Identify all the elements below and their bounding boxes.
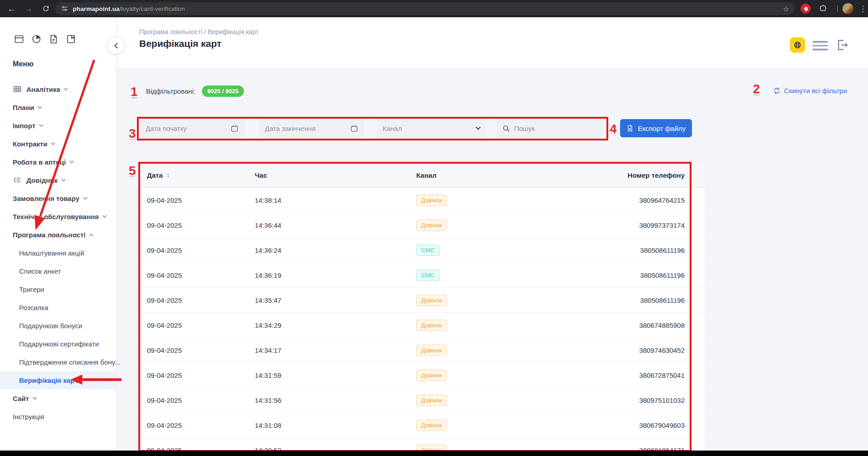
date-start-field[interactable]	[140, 119, 245, 137]
language-globe-button[interactable]	[790, 37, 805, 53]
adblock-extension-icon[interactable]	[801, 4, 811, 14]
table-row[interactable]: 09-04-2025 14:31:59 Дзвінок 380672875041	[141, 363, 705, 388]
sidebar-item-programa-loyalnosti[interactable]: Програма лояльності	[0, 225, 116, 244]
sidebar-collapse-button[interactable]	[108, 37, 124, 54]
search-input[interactable]	[514, 125, 597, 132]
channel-badge-call: Дзвінок	[416, 420, 447, 431]
export-button-label: Експорт файлу	[638, 125, 686, 132]
sidebar-item-sait[interactable]: Сайт	[0, 389, 116, 407]
sidebar-item-plany[interactable]: Плани	[0, 98, 116, 116]
cell-channel: Дзвінок	[416, 345, 586, 356]
sidebar-subitem-veryfikaciya-kart-active[interactable]: Верифікація карт	[0, 371, 116, 389]
page-header: Програма лояльності / Верифікація карт В…	[117, 17, 868, 69]
table-row[interactable]: 09-04-2025 14:31:56 Дзвінок 380975101032	[141, 388, 705, 413]
chevron-down-icon	[69, 159, 74, 163]
puzzle-icon	[819, 5, 828, 13]
sidebar-subitem-podarunkovi-sertyfikaty[interactable]: Подарункові сертифікати	[0, 335, 116, 353]
sidebar-item-robota-v-apteci[interactable]: Робота в аптеці	[0, 153, 116, 171]
sidebar-item-instrukciya[interactable]: Інструкція	[0, 407, 116, 426]
document-icon[interactable]	[48, 34, 59, 45]
sort-icon[interactable]: ▲▼	[167, 173, 170, 178]
column-header-date[interactable]: Дата ▲▼	[147, 171, 255, 179]
table-row[interactable]: 09-04-2025 14:34:29 Дзвінок 380674885908	[141, 313, 705, 338]
sidebar-subitem-trygery[interactable]: Тригери	[0, 280, 116, 298]
sidebar-item-zamovlennya-tovaru[interactable]: Замовлення товару	[0, 189, 116, 207]
table-row[interactable]: 09-04-2025 14:36:24 СМС 380508611196	[141, 238, 705, 263]
sidebar-item-label: Інструкція	[13, 413, 44, 421]
book-bookmark-icon[interactable]	[66, 34, 76, 45]
sidebar-item-analitika[interactable]: Аналітика	[0, 80, 116, 98]
export-file-button[interactable]: Експорт файлу	[620, 119, 692, 137]
hand-icon	[803, 6, 809, 12]
sidebar-subitem-nalashtuvannya-akciy[interactable]: Налаштування акцій	[0, 244, 116, 262]
search-icon	[502, 125, 510, 132]
table-row[interactable]: 09-04-2025 14:34:17 Дзвінок 380974630452	[141, 338, 705, 363]
cell-time: 14:36:24	[255, 246, 416, 254]
cell-date: 09-04-2025	[147, 196, 255, 204]
xlsx-file-icon	[626, 125, 634, 132]
browser-profile-avatar[interactable]	[843, 3, 853, 14]
cell-channel: Дзвінок	[416, 420, 586, 431]
site-settings-icon[interactable]	[61, 5, 68, 12]
logout-icon[interactable]	[836, 38, 849, 52]
calendar-icon[interactable]	[350, 124, 358, 133]
date-start-input[interactable]	[146, 125, 230, 132]
cell-phone: 380508611196	[586, 296, 705, 304]
cell-channel: СМС	[416, 245, 586, 256]
sidebar-subitem-label: Подарункові сертифікати	[19, 340, 99, 348]
channel-badge-call: Дзвінок	[416, 220, 447, 231]
date-end-input[interactable]	[265, 125, 350, 132]
cell-channel: Дзвінок	[416, 370, 586, 381]
sidebar-item-label: Сайт	[13, 395, 29, 402]
verification-table: Дата ▲▼ Час Канал Номер телефону 09-04-2…	[141, 163, 705, 456]
table-row[interactable]: 09-04-2025 14:36:44 Дзвінок 380997373174	[141, 213, 705, 238]
chevron-down-icon	[61, 177, 66, 181]
cell-date: 09-04-2025	[147, 271, 255, 279]
chevron-up-icon	[89, 233, 94, 238]
sidebar-item-label: Технічне обслуговування	[13, 213, 99, 220]
table-row[interactable]: 09-04-2025 14:35:47 Дзвінок 380508611196	[141, 288, 705, 313]
reset-filters-button[interactable]: Скинути всі фільтри	[773, 87, 847, 95]
sidebar-item-kontrakty[interactable]: Контракти	[0, 135, 116, 153]
sidebar-subitem-podarunkovi-bonusy[interactable]: Подарункові бонуси	[0, 316, 116, 335]
pie-chart-icon[interactable]	[31, 34, 42, 45]
cell-phone: 380964764215	[586, 196, 705, 204]
browser-menu-icon[interactable]: ⋮	[859, 0, 867, 17]
sidebar-subitem-label: Налаштування акцій	[19, 249, 84, 257]
calendar-icon[interactable]	[230, 124, 239, 133]
date-end-field[interactable]	[259, 119, 364, 137]
sidebar-subitem-spysok-anket[interactable]: Список анкет	[0, 262, 116, 280]
menu-hamburger-icon[interactable]	[812, 41, 828, 53]
sidebar-item-label: Програма лояльності	[13, 231, 86, 239]
browser-address-bar[interactable]: pharmapoint.ua/loyalty/card-verification…	[56, 2, 795, 15]
reset-cycle-icon	[773, 87, 781, 95]
sidebar-item-import[interactable]: Імпорт	[0, 116, 116, 135]
cell-phone: 380674885908	[586, 321, 705, 329]
table-row[interactable]: 09-04-2025 14:36:19 СМС 380508611196	[141, 263, 705, 288]
browser-refresh-icon[interactable]	[38, 0, 54, 17]
sidebar-item-tekhnichne-obslugovuvannya[interactable]: Технічне обслуговування	[0, 207, 116, 225]
cell-channel: Дзвінок	[416, 395, 586, 406]
archive-box-icon[interactable]	[14, 34, 25, 45]
browser-forward-icon[interactable]: →	[21, 0, 36, 17]
bottom-black-bar	[0, 451, 868, 456]
sidebar-item-dovidnyk[interactable]: Довідник	[0, 171, 116, 189]
table-row[interactable]: 09-04-2025 14:31:08 Дзвінок 380679049603	[141, 413, 705, 438]
cell-date: 09-04-2025	[147, 246, 255, 254]
sidebar-item-label: Контракти	[13, 140, 47, 148]
table-row[interactable]: 09-04-2025 14:38:14 Дзвінок 380964764215	[141, 188, 705, 213]
sidebar-subitem-rozsylka[interactable]: Розсилка	[0, 298, 116, 316]
chevron-down-icon	[39, 122, 43, 127]
extensions-puzzle-icon[interactable]	[818, 4, 828, 14]
search-field[interactable]	[496, 119, 603, 137]
sidebar-item-label: Замовлення товару	[13, 195, 80, 202]
channel-select[interactable]: Канал	[377, 119, 486, 137]
bookmark-star-icon[interactable]: ☆	[783, 5, 789, 13]
table-header-row: Дата ▲▼ Час Канал Номер телефону	[141, 163, 705, 188]
sidebar-subitem-pidtverdzhennya-spysannya[interactable]: Підтвердження списання бону...	[0, 353, 116, 371]
browser-back-icon[interactable]: ←	[4, 0, 19, 17]
annotation-number-2: 2	[753, 82, 760, 96]
sidebar-quick-icons	[0, 17, 116, 45]
cell-time: 14:31:59	[255, 371, 416, 379]
cell-phone: 380679049603	[586, 421, 705, 429]
